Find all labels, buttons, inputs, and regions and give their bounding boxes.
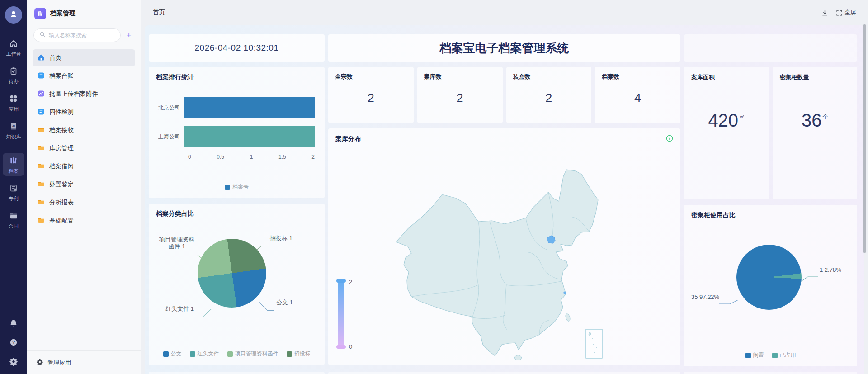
info-icon[interactable] — [666, 135, 673, 144]
bar-row: 上海公司 — [156, 122, 315, 151]
bar-shanghai[interactable] — [184, 126, 315, 147]
sidebar-item-label: 档案借阅 — [49, 162, 74, 170]
clipboard-check-icon — [9, 66, 18, 77]
chart-title: 案库分布 — [335, 135, 361, 143]
visual-map-max: 2 — [349, 279, 352, 285]
fullscreen-button[interactable]: 全屏 — [836, 9, 856, 17]
visual-map-legend[interactable]: 2 0 — [338, 280, 365, 347]
big-card-unit: ㎡ — [739, 114, 745, 120]
legend-label: 公文 — [171, 350, 182, 358]
manage-apps-button[interactable]: 管理应用 — [27, 350, 141, 374]
stat-value: 2 — [506, 91, 592, 105]
ranking-bar-plot[interactable]: 北京公司 上海公司 — [156, 93, 315, 151]
usage-pie-area[interactable]: 1 2.78% 35 97.22% — [691, 219, 850, 347]
rail-item-todo[interactable]: 待办 — [3, 63, 24, 86]
document-icon — [38, 72, 45, 80]
big-card-unit: 个 — [823, 114, 828, 120]
bar-category-label: 上海公司 — [156, 133, 184, 141]
stat-label: 装盒数 — [513, 73, 585, 81]
sidebar-item-reports[interactable]: 分析报表 — [33, 194, 135, 211]
rail-item-workbench[interactable]: 工作台 — [3, 36, 24, 59]
legend-item[interactable]: 公文 — [163, 350, 182, 358]
legend-label: 招投标 — [294, 350, 311, 358]
visual-map-handle-min[interactable] — [336, 345, 346, 349]
notifications-bell-icon[interactable] — [9, 319, 18, 328]
legend-swatch — [745, 353, 751, 358]
search-icon — [39, 31, 46, 39]
add-button[interactable]: + — [123, 30, 134, 41]
bar-beijing[interactable] — [184, 97, 315, 118]
folder-icon — [38, 162, 45, 171]
download-button[interactable] — [821, 9, 828, 16]
stat-value: 2 — [328, 91, 414, 105]
map-region-shanghai — [563, 291, 566, 294]
folder-icon — [38, 199, 45, 207]
ai-book-icon: AI — [9, 122, 18, 133]
legend-item[interactable]: 招投标 — [287, 350, 311, 358]
sidebar-item-warehouse[interactable]: 库房管理 — [33, 140, 135, 157]
pie-callout-xiangmu: 项目管理资料函件 1 — [156, 236, 198, 250]
search-input[interactable]: 输入名称来搜索 — [33, 28, 121, 42]
legend-item[interactable]: 已占用 — [772, 351, 796, 359]
sidebar-item-disposal[interactable]: 处置鉴定 — [33, 176, 135, 193]
category-pie-area[interactable]: 公文 1 红头文件 1 项目管理资料函件 1 招投标 1 — [156, 218, 317, 346]
svg-text:?: ? — [12, 340, 15, 345]
legend-swatch — [227, 351, 233, 357]
vertical-scrollbar[interactable] — [863, 24, 866, 253]
folder-icon — [38, 217, 45, 225]
legend-item[interactable]: 红头文件 — [190, 350, 219, 358]
settings-gear-icon[interactable] — [9, 357, 18, 366]
sidebar-item-config[interactable]: 基础配置 — [33, 212, 135, 229]
bar-category-label: 北京公司 — [156, 104, 184, 112]
manage-apps-label: 管理应用 — [47, 359, 71, 367]
sidebar-item-batch-upload[interactable]: 批量上传档案附件 — [33, 85, 135, 103]
books-icon — [9, 156, 18, 167]
sidebar-item-four-checks[interactable]: 四性检测 — [33, 104, 135, 121]
folder-icon — [38, 144, 45, 153]
rail-item-knowledge[interactable]: AI 知识库 — [3, 118, 24, 142]
visual-map-min: 0 — [349, 343, 352, 350]
sidebar-item-home[interactable]: 首页 — [33, 49, 135, 66]
sidebar-item-receive[interactable]: 档案接收 — [33, 122, 135, 139]
sidebar-item-label: 档案台账 — [49, 72, 74, 80]
stat-value: 4 — [595, 91, 680, 105]
legend-label: 档案号 — [232, 183, 249, 191]
legend-item[interactable]: 档案号 — [225, 183, 249, 191]
sidebar-item-label: 首页 — [49, 54, 61, 62]
avatar[interactable] — [5, 6, 22, 24]
rail-item-archive[interactable]: 档案 — [3, 153, 24, 176]
legend-item[interactable]: 闲置 — [745, 351, 764, 359]
china-map[interactable]: 2 0 — [388, 149, 668, 362]
download-icon — [821, 9, 828, 16]
rail-item-apps[interactable]: 应用 — [3, 91, 24, 114]
tab-home[interactable]: 首页 — [153, 9, 165, 17]
help-icon[interactable]: ? — [9, 338, 18, 347]
big-card-label: 案库面积 — [691, 73, 762, 81]
rail-item-patent[interactable]: 专利 — [3, 180, 24, 204]
legend-label: 闲置 — [753, 351, 764, 359]
document-icon — [38, 108, 45, 117]
gear-icon — [36, 358, 43, 367]
sidebar-item-ledger[interactable]: 档案台账 — [33, 67, 135, 85]
main-area: 首页 全屏 2026-04-02 10:32:01 档案宝电子档案管理系统 档案… — [141, 0, 868, 374]
sidebar-item-label: 档案接收 — [49, 126, 74, 134]
rail-item-label: 知识库 — [6, 134, 21, 139]
category-pie[interactable] — [198, 239, 266, 308]
pie-callout-hongtou: 红头文件 1 — [156, 305, 194, 313]
rail-divider — [7, 147, 20, 147]
stat-card-archives: 档案数 4 — [595, 67, 680, 123]
sidebar-item-borrow[interactable]: 档案借阅 — [33, 158, 135, 175]
user-icon — [9, 9, 18, 20]
visual-map-handle-max[interactable] — [336, 279, 346, 283]
stat-label: 档案数 — [602, 73, 674, 81]
usage-pie[interactable] — [736, 245, 802, 310]
big-card-value: 420㎡ — [684, 110, 769, 131]
rail-item-contract[interactable]: 合同 — [3, 208, 24, 231]
x-tick: 0 — [188, 154, 191, 160]
stat-card-fonds: 全宗数 2 — [328, 67, 414, 123]
next-row-preview — [149, 372, 860, 374]
dashboard: 2026-04-02 10:32:01 档案宝电子档案管理系统 档案排行统计 北… — [145, 25, 864, 374]
sidebar-item-label: 分析报表 — [49, 199, 74, 207]
legend-item[interactable]: 项目管理资料函件 — [227, 350, 278, 358]
pie-callout-idle: 35 97.22% — [691, 294, 717, 300]
